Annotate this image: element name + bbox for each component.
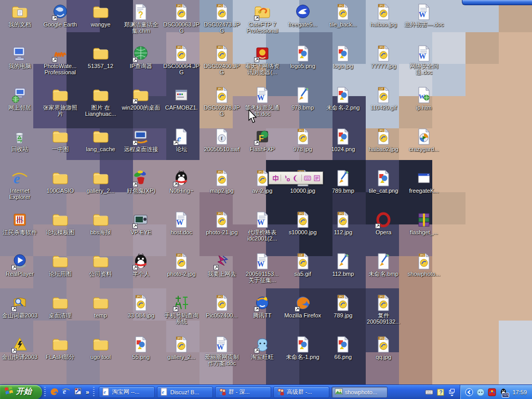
desktop-icon[interactable]: JPG77777.jpg — [364, 45, 403, 69]
ime-chinese-mode-button[interactable] — [271, 174, 280, 182]
desktop-icon[interactable]: GIFsa5.gif — [283, 252, 323, 277]
desktop-icon[interactable]: CAFMOBZ1. — [162, 86, 201, 111]
desktop-icon[interactable]: temp — [81, 294, 121, 318]
desktop-icon[interactable]: 看天下网络资讯浏览器(... — [243, 45, 282, 75]
desktop-icon[interactable]: 112.bmp — [323, 252, 363, 277]
desktop-icon[interactable]: JPG978.jpg — [283, 128, 323, 152]
desktop-icon[interactable]: Google Earth — [41, 3, 80, 28]
quicklaunch-firefox-button[interactable] — [49, 387, 59, 397]
desktop-icon[interactable]: 100CASIO — [41, 169, 80, 194]
desktop-icon[interactable]: 未命名-1.png — [283, 336, 323, 360]
desktop-icon[interactable]: 论坛模板图 — [41, 211, 80, 235]
desktop-icon[interactable]: W签考核意见通知.doc — [243, 86, 282, 117]
desktop-icon[interactable]: JPGDSC02473.JPG — [202, 3, 242, 34]
desktop-icon[interactable]: 未命名.bmp — [364, 252, 403, 277]
taskbar-task-button[interactable]: eDiscuz! B... — [157, 387, 213, 398]
desktop-icon[interactable]: JPGphoto-2.jpg — [162, 252, 201, 277]
desktop-icon[interactable]: JPGDSC00063.JPG — [162, 3, 201, 34]
desktop-icon[interactable]: W代理价格表idc2001(2... — [243, 211, 282, 242]
desktop-icon[interactable]: 公司资料 — [81, 252, 121, 277]
desktop-icon[interactable]: JPGPic052400... — [202, 294, 242, 318]
desktop-icon[interactable]: JPG33 084.jpg — [121, 294, 161, 318]
desktop-icon[interactable]: JPG112.jpg — [323, 211, 363, 235]
desktop-icon[interactable]: JPGshowphoto... — [404, 252, 444, 277]
desktop-icon[interactable]: PhotoWate... Professional — [41, 45, 80, 75]
desktop-icon[interactable]: crazygard... — [404, 128, 444, 152]
desktop-icon[interactable]: 淘宝旺旺 — [243, 336, 282, 360]
desktop-icon[interactable]: 桌面清理 — [41, 294, 80, 318]
desktop-icon[interactable]: W意外伤害—.doc — [404, 3, 444, 28]
desktop-icon[interactable]: JPGqq.jpg — [364, 336, 403, 360]
tray-help-icon[interactable]: ? — [436, 388, 445, 397]
desktop-icon[interactable]: W网络安全问题.doc — [404, 45, 444, 75]
hidden-window-titlebar-strip[interactable] — [462, 0, 532, 5]
taskbar-task-button[interactable]: showphoto... — [331, 387, 388, 398]
desktop-icon[interactable]: 我的电脑 — [0, 45, 39, 69]
tray-qq-offline-icon[interactable]: N/A — [499, 388, 508, 397]
desktop-icon[interactable]: JPG789.jpg — [323, 294, 363, 318]
desktop-icon[interactable]: 978.bmp — [283, 86, 323, 111]
desktop-icon[interactable]: JPG复件 200509132... — [364, 294, 403, 325]
desktop-icon[interactable]: e论坛 — [162, 128, 201, 152]
desktop-icon[interactable]: FLAsH部分 — [41, 336, 80, 360]
desktop-icon[interactable]: 我的文档 — [0, 3, 39, 28]
desktop-icon[interactable]: JPGhaibao.jpg — [364, 3, 403, 28]
desktop-icon[interactable]: 好色鬼(XP) — [121, 169, 161, 194]
desktop-icon[interactable]: ugo tool — [81, 336, 121, 360]
desktop-icon[interactable]: IP查询器 — [121, 45, 161, 69]
desktop-icon[interactable]: eInternet Explorer — [0, 169, 39, 200]
tray-antivirus-icon[interactable] — [487, 388, 497, 397]
tray-keyboard-icon[interactable] — [424, 388, 434, 397]
desktop-icon[interactable]: JPGtile_back... — [323, 3, 363, 28]
desktop-icon[interactable]: 论坛用图 — [41, 252, 80, 277]
desktop-icon[interactable]: 51357_12 — [81, 45, 121, 69]
desktop-icon[interactable]: 回收站 — [0, 128, 39, 152]
desktop-icon[interactable]: wangye — [81, 3, 121, 28]
desktop-icon[interactable]: 腾讯TT — [243, 294, 282, 318]
desktop-icon[interactable]: VP-EYE — [121, 211, 161, 235]
desktop-icon[interactable]: 55.png — [121, 336, 161, 360]
ime-fullwidth-button[interactable] — [291, 174, 300, 182]
desktop-icon[interactable]: flashget_... — [404, 211, 444, 235]
ime-menu-button[interactable] — [312, 174, 321, 182]
desktop-icon[interactable]: Opera — [364, 211, 403, 235]
desktop-icon[interactable]: 66.png — [323, 336, 363, 360]
desktop-icon[interactable]: freegate5... — [283, 3, 323, 28]
ime-language-bar[interactable] — [269, 171, 323, 184]
quicklaunch-ie-button[interactable]: e — [61, 387, 71, 397]
desktop-icon[interactable]: 网上邻居 — [0, 86, 39, 111]
desktop-icon[interactable]: JPGhaibao2.jpg — [364, 128, 403, 152]
desktop-icon[interactable]: GIF110420.gif — [364, 86, 403, 111]
desktop-icon[interactable]: logo.jpg — [323, 45, 363, 69]
desktop-icon[interactable]: 金山快译2003 — [0, 336, 39, 360]
desktop-icon[interactable]: JPGDSC02378.JPG — [202, 86, 242, 117]
taskbar-task-button[interactable]: 高级群 -... — [273, 387, 329, 398]
taskband-grip[interactable] — [93, 387, 95, 397]
desktop-icon[interactable]: tile_cat.png — [364, 169, 403, 194]
desktop-icon[interactable]: JPGDSC02400.JPG — [202, 45, 242, 75]
tray-wangwang-icon[interactable] — [476, 388, 485, 397]
desktop-icon[interactable]: FFlashFXP — [243, 128, 282, 152]
desktop-icon[interactable]: W爱丽斯网页制作方案.doc — [202, 336, 242, 366]
tray-arrow-circle-icon[interactable] — [464, 388, 474, 397]
ime-soft-keyboard-button[interactable] — [303, 174, 312, 182]
desktop-icon[interactable]: gallery_2... — [81, 169, 121, 194]
desktop-icon[interactable]: 张家界旅游照片 — [41, 86, 80, 117]
desktop-icon[interactable]: 一中图 — [41, 128, 80, 152]
desktop-icon[interactable]: JPGphoto-21.jpg — [202, 211, 242, 235]
quicklaunch-flashget-button[interactable] — [73, 387, 83, 397]
desktop-icon[interactable]: 半个人 — [121, 252, 161, 277]
desktop-icon[interactable]: 手机号码查询系统 — [162, 294, 201, 325]
desktop-icon[interactable]: win2000的桌面 — [121, 86, 161, 111]
desktop-icon[interactable]: JPGs10000.jpg — [283, 211, 323, 235]
desktop-icon[interactable]: 未命名-2.png — [323, 86, 363, 111]
desktop-icon[interactable]: JPGmap2.jpg — [202, 169, 242, 194]
start-button[interactable]: 开始 — [0, 385, 42, 399]
desktop-icon[interactable]: N0tHing~ — [162, 169, 201, 194]
desktop-icon[interactable]: 1024.png — [323, 128, 363, 152]
desktop-icon[interactable]: Whost.doc — [162, 211, 201, 235]
taskbar-task-button[interactable]: 群 - 深... — [215, 387, 271, 398]
desktop-icon[interactable]: f20050510.swf — [202, 128, 242, 152]
ime-punctuation-button[interactable] — [282, 174, 291, 182]
desktop-icon[interactable]: logo5.png — [283, 45, 323, 69]
